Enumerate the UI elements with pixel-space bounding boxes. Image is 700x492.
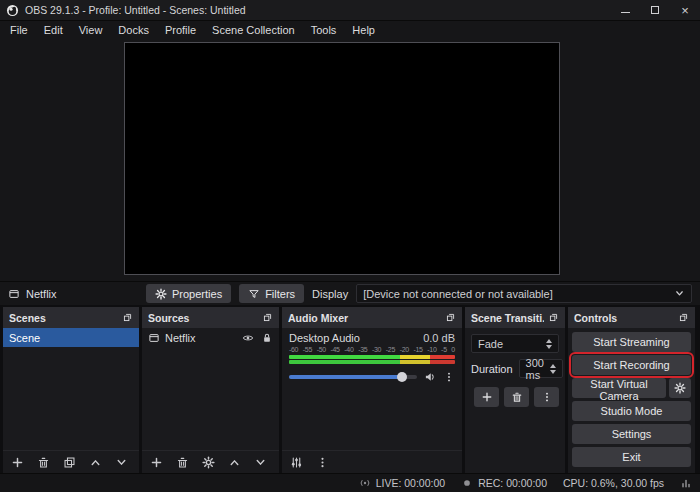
audio-level-db: 0.0 dB xyxy=(423,332,455,344)
menu-docks[interactable]: Docks xyxy=(110,24,157,36)
popout-icon[interactable] xyxy=(122,312,133,323)
remove-transition-button[interactable] xyxy=(504,387,529,407)
sources-list: Netflix xyxy=(142,328,279,450)
scene-transitions-dock-header[interactable]: Scene Transiti... xyxy=(465,307,565,328)
chevron-down-icon xyxy=(254,456,267,469)
duration-label: Duration xyxy=(471,363,513,375)
source-list-item[interactable]: Netflix xyxy=(142,328,279,347)
mixer-menu-button[interactable] xyxy=(316,456,329,469)
remove-source-button[interactable] xyxy=(176,456,189,469)
audio-mixer-toolbar xyxy=(282,450,462,473)
status-bar: LIVE: 00:00:00 REC: 00:00:00 CPU: 0.6%, … xyxy=(0,473,700,492)
menu-file[interactable]: File xyxy=(2,24,36,36)
preview-area xyxy=(0,39,700,281)
start-recording-button[interactable]: Start Recording xyxy=(572,355,691,375)
add-scene-button[interactable] xyxy=(11,456,24,469)
advanced-audio-button[interactable] xyxy=(290,456,303,469)
audio-mixer-dock-title: Audio Mixer xyxy=(288,312,441,324)
volume-meter-left xyxy=(289,355,455,359)
menu-edit[interactable]: Edit xyxy=(36,24,71,36)
volume-scale: -60 -55 -50 -45 -40 -35 -30 -25 -20 -15 … xyxy=(289,346,455,353)
kebab-icon[interactable] xyxy=(443,371,455,383)
scenes-dock-header[interactable]: Scenes xyxy=(3,307,139,328)
live-time: LIVE: 00:00:00 xyxy=(376,477,445,489)
sources-toolbar xyxy=(142,450,279,473)
trash-icon xyxy=(511,391,523,403)
selected-source-name: Netflix xyxy=(26,288,57,300)
eye-icon[interactable] xyxy=(242,332,254,344)
sources-dock: Sources Netflix xyxy=(142,307,279,473)
broadcast-icon xyxy=(359,477,371,489)
transition-buttons xyxy=(471,387,559,407)
scene-list-item[interactable]: Scene xyxy=(3,328,139,347)
close-icon: × xyxy=(681,4,689,17)
popout-icon[interactable] xyxy=(445,312,456,323)
scenes-dock: Scenes Scene xyxy=(3,307,139,473)
popout-icon[interactable] xyxy=(262,312,273,323)
volume-slider-handle[interactable] xyxy=(397,372,407,382)
settings-button[interactable]: Settings xyxy=(572,424,691,444)
plus-icon xyxy=(150,456,163,469)
faders-icon xyxy=(290,456,303,469)
add-source-button[interactable] xyxy=(150,456,163,469)
maximize-button[interactable] xyxy=(640,0,670,20)
move-scene-down-button[interactable] xyxy=(115,456,128,469)
transition-menu-button[interactable] xyxy=(534,387,559,407)
menu-tools[interactable]: Tools xyxy=(303,24,345,36)
popout-icon[interactable] xyxy=(548,312,559,323)
plus-icon xyxy=(11,456,24,469)
gear-icon xyxy=(155,288,167,300)
window-title: OBS 29.1.3 - Profile: Untitled - Scenes:… xyxy=(25,4,246,16)
properties-button[interactable]: Properties xyxy=(146,284,231,303)
source-properties-button[interactable] xyxy=(202,456,215,469)
sources-dock-header[interactable]: Sources xyxy=(142,307,279,328)
chevron-down-icon xyxy=(674,288,685,299)
duration-spinbox[interactable]: 300 ms xyxy=(519,359,563,378)
spinner-arrows-icon xyxy=(546,339,552,349)
move-source-down-button[interactable] xyxy=(254,456,267,469)
audio-channel-name: Desktop Audio xyxy=(289,332,360,344)
window-source-icon xyxy=(8,288,20,300)
menu-view[interactable]: View xyxy=(71,24,111,36)
window-source-icon xyxy=(148,332,160,344)
minimize-button[interactable] xyxy=(610,0,640,20)
speaker-icon[interactable] xyxy=(424,371,436,383)
controls-dock-title: Controls xyxy=(574,312,674,324)
start-streaming-button[interactable]: Start Streaming xyxy=(572,332,691,352)
chevron-up-icon xyxy=(228,456,241,469)
source-toolbar: Netflix Properties Filters Display [Devi… xyxy=(0,281,700,305)
remove-scene-button[interactable] xyxy=(37,456,50,469)
menu-help[interactable]: Help xyxy=(344,24,383,36)
volume-meter-right xyxy=(289,360,455,364)
title-bar: OBS 29.1.3 - Profile: Untitled - Scenes:… xyxy=(0,0,700,21)
popout-icon[interactable] xyxy=(678,312,689,323)
transition-select[interactable]: Fade xyxy=(471,334,559,353)
volume-slider[interactable] xyxy=(289,375,417,379)
add-transition-button[interactable] xyxy=(474,387,499,407)
network-stats-icon[interactable] xyxy=(680,477,692,489)
controls-dock-header[interactable]: Controls xyxy=(568,307,695,328)
close-button[interactable]: × xyxy=(670,0,700,20)
duplicate-scene-button[interactable] xyxy=(63,456,76,469)
virtual-camera-settings-button[interactable] xyxy=(669,378,691,398)
preview-canvas[interactable] xyxy=(124,42,560,275)
scene-transitions-dock: Scene Transiti... Fade Duration 300 ms xyxy=(465,307,565,473)
move-source-up-button[interactable] xyxy=(228,456,241,469)
display-label: Display xyxy=(312,288,348,300)
start-virtual-camera-button[interactable]: Start Virtual Camera xyxy=(572,378,666,398)
display-select[interactable]: [Device not connected or not available] xyxy=(356,284,692,303)
chevron-down-icon xyxy=(115,456,128,469)
move-scene-up-button[interactable] xyxy=(89,456,102,469)
audio-mixer-dock: Audio Mixer Desktop Audio 0.0 dB -60 -55… xyxy=(282,307,462,473)
menu-bar: File Edit View Docks Profile Scene Colle… xyxy=(0,21,700,39)
exit-button[interactable]: Exit xyxy=(572,447,691,467)
lock-icon[interactable] xyxy=(261,332,273,344)
scene-transitions-dock-title: Scene Transiti... xyxy=(471,312,544,324)
audio-mixer-dock-header[interactable]: Audio Mixer xyxy=(282,307,462,328)
menu-profile[interactable]: Profile xyxy=(157,24,204,36)
menu-scene-collection[interactable]: Scene Collection xyxy=(204,24,303,36)
filters-button[interactable]: Filters xyxy=(239,284,304,303)
scene-item-label: Scene xyxy=(9,332,40,344)
obs-window: OBS 29.1.3 - Profile: Untitled - Scenes:… xyxy=(0,0,700,492)
studio-mode-button[interactable]: Studio Mode xyxy=(572,401,691,421)
